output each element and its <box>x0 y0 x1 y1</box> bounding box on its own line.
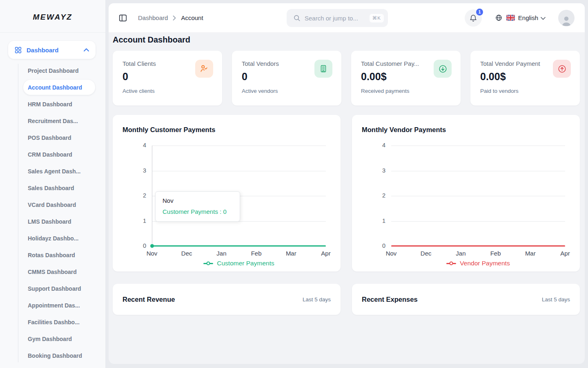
sidebar-item-account-dashboard[interactable]: Account Dashboard <box>23 80 95 95</box>
breadcrumb-dashboard[interactable]: Dashboard <box>138 14 168 21</box>
search-shortcut-badge: ⌘K <box>370 14 384 22</box>
sidebar: MEWAYZ Dashboard Project Dashboard Accou… <box>0 0 105 368</box>
sidebar-section-dashboard[interactable]: Dashboard <box>8 41 96 59</box>
language-selector[interactable]: English <box>495 14 546 22</box>
stats-row: Total Clients 0 Active clients Total Ven… <box>113 51 580 105</box>
chart-title: Monthly Vendor Payments <box>352 126 580 134</box>
x-axis-labels: Nov Dec Jan Feb Mar Apr <box>152 250 326 257</box>
sidebar-item-support-dashboard[interactable]: Support Dashboard <box>0 280 105 297</box>
sidebar-item-lms-dashboard[interactable]: LMS Dashboard <box>0 213 105 230</box>
sidebar-item-hrm-dashboard[interactable]: HRM Dashboard <box>0 96 105 112</box>
chevron-up-icon <box>84 48 89 52</box>
sidebar-item-rotas-dashboard[interactable]: Rotas Dashboard <box>0 247 105 263</box>
series-line-customer-payments <box>152 245 326 247</box>
chart-tooltip: Nov Customer Payments : 0 <box>155 191 240 222</box>
breadcrumb-account: Account <box>181 14 203 21</box>
chart-monthly-vendor-payments: Monthly Vendor Payments 4 3 2 1 0 Nov De… <box>352 115 580 272</box>
arrow-down-circle-icon <box>434 60 452 78</box>
sidebar-item-facilities-dashboard[interactable]: Facilities Dashbo... <box>0 314 105 330</box>
legend-marker-icon <box>203 263 213 264</box>
stat-title: Total Vendors <box>242 60 309 67</box>
search-box[interactable]: ⌘K <box>287 9 388 27</box>
topbar-actions: 1 <box>465 9 575 27</box>
stat-subtitle: Paid to vendors <box>480 88 571 94</box>
tooltip-value: Customer Payments : 0 <box>163 208 233 215</box>
sidebar-item-sales-dashboard[interactable]: Sales Dashboard <box>0 180 105 196</box>
gridline <box>391 146 565 146</box>
sidebar-item-cmms-dashboard[interactable]: CMMS Dashboard <box>0 263 105 280</box>
x-axis-labels: Nov Dec Jan Feb Mar Apr <box>391 250 565 257</box>
sidebar-item-appointment-dashboard[interactable]: Appointment Das... <box>0 297 105 314</box>
user-avatar[interactable] <box>558 10 575 26</box>
stat-title: Total Customer Pay... <box>361 60 428 67</box>
chevron-down-icon <box>541 17 546 20</box>
legend-vendor-payments[interactable]: Vendor Payments <box>391 260 565 267</box>
y-tick-label: 2 <box>370 192 385 199</box>
x-tick-label: Apr <box>321 250 330 257</box>
panel-title: Recent Revenue <box>122 296 175 303</box>
recent-expenses-card: Recent Expenses Last 5 days <box>352 284 580 315</box>
gridline <box>391 221 565 222</box>
gridline <box>391 196 565 196</box>
recent-revenue-card: Recent Revenue Last 5 days <box>113 284 341 315</box>
globe-icon <box>495 14 503 22</box>
stat-card-total-customer-payment: Total Customer Pay... 0.00$ Received pay… <box>351 51 461 105</box>
x-tick-label: Feb <box>251 250 262 257</box>
x-tick-label: Mar <box>525 250 536 257</box>
sidebar-item-crm-dashboard[interactable]: CRM Dashboard <box>0 146 105 163</box>
sidebar-section-label: Dashboard <box>27 47 84 54</box>
notifications-button[interactable]: 1 <box>465 9 482 27</box>
search-icon <box>293 14 301 22</box>
main-column: Dashboard Account ⌘K <box>109 3 585 364</box>
charts-row: Monthly Customer Payments 4 3 2 1 0 Nov <box>113 115 580 272</box>
legend-customer-payments[interactable]: Customer Payments <box>152 260 326 267</box>
stat-subtitle: Active vendors <box>242 88 332 94</box>
y-tick-label: 0 <box>370 242 385 249</box>
sidebar-toggle-icon[interactable] <box>118 13 127 22</box>
plot-area: 4 3 2 1 0 Nov Dec Jan Feb Mar Apr <box>391 146 565 246</box>
y-tick-label: 0 <box>131 242 146 249</box>
chevron-right-icon <box>173 16 176 20</box>
sidebar-item-pos-dashboard[interactable]: POS Dashboard <box>0 129 105 146</box>
y-tick-label: 4 <box>131 142 146 148</box>
sidebar-item-project-dashboard[interactable]: Project Dashboard <box>0 62 105 79</box>
stat-card-total-vendors: Total Vendors 0 Active vendors <box>232 51 341 105</box>
stat-subtitle: Received payments <box>361 88 452 94</box>
panel-range-label: Last 5 days <box>542 296 570 303</box>
y-tick-label: 1 <box>131 218 146 224</box>
sidebar-nav: Dashboard Project Dashboard Account Dash… <box>0 33 105 364</box>
legend-label: Customer Payments <box>217 260 274 267</box>
sidebar-item-booking-dashboard[interactable]: Booking Dashboard <box>0 347 105 364</box>
series-line-vendor-payments <box>391 245 565 247</box>
data-point-marker <box>150 244 154 248</box>
y-tick-label: 1 <box>370 218 385 224</box>
sidebar-item-gym-dashboard[interactable]: Gym Dashboard <box>0 330 105 347</box>
sidebar-item-vcard-dashboard[interactable]: VCard Dashboard <box>0 196 105 213</box>
bell-icon <box>469 14 477 22</box>
brand-logo: MEWAYZ <box>0 0 105 33</box>
uk-flag-icon <box>506 15 515 21</box>
search-input[interactable] <box>305 15 370 22</box>
x-tick-label: Jan <box>216 250 226 257</box>
x-tick-label: Dec <box>421 250 432 257</box>
gridline <box>152 171 326 171</box>
breadcrumb: Dashboard Account <box>138 14 203 21</box>
x-tick-label: Nov <box>147 250 158 257</box>
gridline <box>391 171 565 171</box>
x-tick-label: Feb <box>490 250 501 257</box>
y-tick-label: 4 <box>370 142 385 148</box>
x-tick-label: Dec <box>181 250 192 257</box>
chart-monthly-customer-payments: Monthly Customer Payments 4 3 2 1 0 Nov <box>113 115 341 272</box>
content-panel: Account Dashboard Total Clients 0 Active… <box>109 33 585 364</box>
stat-card-total-clients: Total Clients 0 Active clients <box>113 51 222 105</box>
y-tick-label: 3 <box>370 167 385 174</box>
sidebar-item-recruitment-dashboard[interactable]: Recruitment Das... <box>0 112 105 129</box>
stat-card-total-vendor-payment: Total Vendor Payment 0.00$ Paid to vendo… <box>470 51 580 105</box>
sidebar-item-sales-agent-dashboard[interactable]: Sales Agent Dash... <box>0 163 105 180</box>
building-icon <box>314 60 332 78</box>
stat-title: Total Clients <box>122 60 190 67</box>
sidebar-item-holidayz-dashboard[interactable]: Holidayz Dashbo... <box>0 230 105 247</box>
bottom-row: Recent Revenue Last 5 days Recent Expens… <box>113 284 580 315</box>
x-tick-label: Jan <box>456 250 466 257</box>
x-tick-label: Mar <box>286 250 296 257</box>
